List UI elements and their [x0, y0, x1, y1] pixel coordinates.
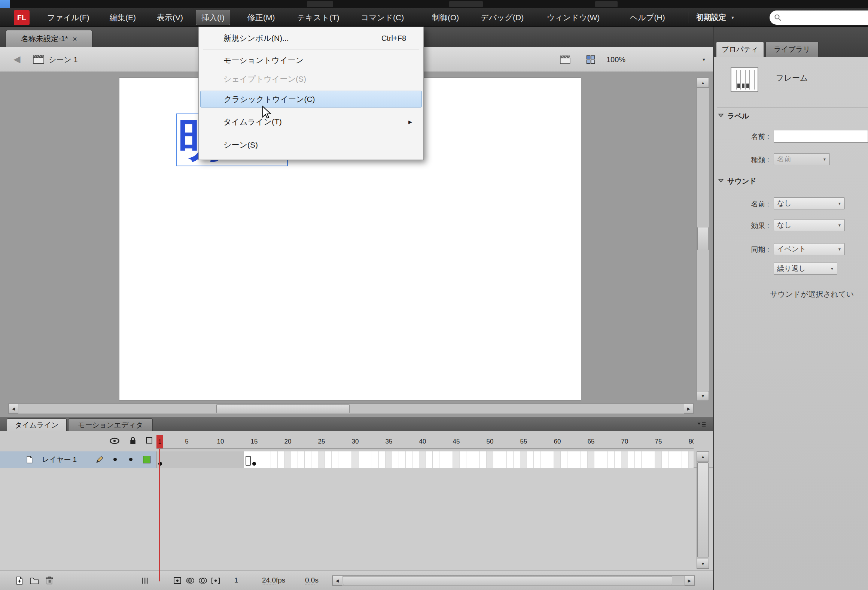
trash-icon[interactable] — [43, 575, 55, 586]
sound-sync-dropdown[interactable]: イベント ▼ — [774, 243, 845, 255]
workspace-label: 初期設定 — [696, 12, 726, 22]
layer-frames[interactable] — [156, 451, 694, 468]
menu-item-scene[interactable]: シーン(S) — [200, 136, 422, 154]
outline-view-icon[interactable] — [146, 437, 152, 444]
timeline-tab-bar: タイムライン モーションエディタ — [0, 417, 713, 431]
onion-skin-icon[interactable] — [184, 575, 196, 586]
search-input[interactable] — [785, 13, 856, 22]
sound-effect-value: なし — [777, 220, 792, 230]
frame-view-options-icon[interactable] — [139, 575, 151, 586]
panel-tab-bar: プロパティ ライブラリ — [714, 27, 868, 57]
right-panel: プロパティ ライブラリ フレーム ラベル 名前 : 種類 : 名前 ▼ サウンド… — [713, 27, 868, 590]
edit-multiple-frames-icon[interactable] — [210, 575, 222, 586]
sound-repeat-dropdown[interactable]: 繰り返し ▼ — [774, 263, 837, 275]
menu-item-label: シーン(S) — [223, 140, 258, 150]
document-tab[interactable]: 名称未設定-1* × — [6, 30, 92, 47]
layer-icon — [26, 456, 33, 463]
timeline-vertical-scrollbar[interactable]: ▲ ▼ — [697, 451, 709, 569]
menu-window[interactable]: ウィンドウ(W) — [542, 8, 605, 27]
sound-name-dropdown[interactable]: なし ▼ — [774, 197, 845, 209]
menu-text[interactable]: テキスト(T) — [292, 8, 345, 27]
tab-motion-editor[interactable]: モーションエディタ — [68, 418, 153, 432]
pencil-icon — [95, 456, 104, 464]
ruler-number: 40 — [415, 438, 430, 445]
lock-icon[interactable] — [130, 436, 136, 445]
fps-value[interactable]: 24.0 — [262, 576, 276, 584]
panel-menu-icon[interactable] — [697, 421, 707, 427]
label-name-input[interactable] — [774, 130, 868, 143]
new-folder-icon[interactable] — [28, 575, 40, 586]
sound-effect-dropdown[interactable]: なし ▼ — [774, 219, 845, 231]
scroll-right-icon[interactable]: ▶ — [685, 576, 694, 586]
menu-insert[interactable]: 挿入(I) — [196, 10, 230, 25]
menu-separator — [203, 49, 419, 49]
label-type-value: 名前 — [777, 154, 791, 164]
tab-timeline[interactable]: タイムライン — [7, 418, 67, 432]
stage-horizontal-scrollbar[interactable]: ◀ ▶ — [8, 403, 694, 414]
scroll-down-icon[interactable]: ▼ — [697, 559, 709, 569]
workspace-switcher[interactable]: 初期設定 ▼ — [696, 8, 735, 27]
menu-item-timeline[interactable]: タイムライン(T) ▶ — [200, 113, 422, 130]
layer-visibility-dot[interactable] — [113, 458, 117, 461]
timeline-horizontal-scrollbar[interactable]: ◀ ▶ — [332, 575, 695, 586]
center-frame-icon[interactable] — [171, 575, 183, 586]
scroll-up-icon[interactable]: ▲ — [697, 452, 709, 462]
ruler-number: 75 — [651, 438, 666, 445]
menu-file[interactable]: ファイル(F) — [42, 8, 95, 27]
empty-frames-grid[interactable] — [258, 451, 694, 468]
selection-type-label: フレーム — [776, 73, 808, 83]
layer-outline-color-swatch[interactable] — [143, 456, 150, 463]
scroll-left-icon[interactable]: ◀ — [9, 404, 18, 414]
chevron-down-icon: ▼ — [835, 202, 841, 206]
layer-row[interactable]: レイヤー 1 — [0, 451, 713, 468]
scroll-left-icon[interactable]: ◀ — [332, 576, 342, 586]
keyframe-dot — [252, 462, 256, 466]
sound-name-caption: 名前 : — [721, 199, 769, 209]
scroll-down-icon[interactable]: ▼ — [697, 391, 709, 401]
menu-control[interactable]: 制御(O) — [427, 8, 464, 27]
menu-edit[interactable]: 編集(E) — [104, 8, 141, 27]
tab-properties[interactable]: プロパティ — [716, 42, 764, 57]
frame-ruler[interactable]: 5 10 15 20 25 30 35 40 45 50 55 60 65 70… — [156, 435, 694, 449]
menu-item-shape-tween: シェイプトウイーン(S) — [200, 70, 422, 88]
label-section-header[interactable]: ラベル — [714, 110, 868, 123]
menu-modify[interactable]: 修正(M) — [242, 8, 280, 27]
scroll-up-icon[interactable]: ▲ — [697, 78, 709, 88]
scrollbar-thumb[interactable] — [216, 404, 350, 413]
edit-symbol-icon[interactable] — [585, 55, 596, 64]
tab-library[interactable]: ライブラリ — [765, 42, 819, 57]
menu-item-classic-tween[interactable]: クラシックトウイーン(C) — [200, 91, 422, 108]
menu-debug[interactable]: デバッグ(D) — [475, 8, 529, 27]
menu-item-motion-tween[interactable]: モーショントウイーン — [200, 52, 422, 69]
frame-span[interactable] — [156, 451, 244, 468]
menu-item-new-symbol[interactable]: 新規シンボル(N)... Ctrl+F8 — [200, 30, 422, 47]
sound-section-header[interactable]: サウンド — [714, 175, 868, 188]
scrollbar-thumb[interactable] — [697, 227, 709, 250]
search-box[interactable] — [770, 10, 868, 25]
onion-skin-outlines-icon[interactable] — [197, 575, 209, 586]
new-layer-icon[interactable] — [13, 575, 25, 586]
close-icon[interactable]: × — [73, 34, 77, 43]
section-title: サウンド — [727, 176, 756, 186]
frame-rate-control[interactable]: 24.0fps — [262, 576, 285, 584]
scrollbar-thumb[interactable] — [697, 462, 709, 557]
zoom-dropdown[interactable]: 100% ▼ — [606, 52, 706, 67]
scroll-right-icon[interactable]: ▶ — [684, 404, 694, 414]
menu-view[interactable]: 表示(V) — [152, 8, 188, 27]
sound-sync-caption: 同期 : — [721, 245, 769, 255]
label-type-dropdown[interactable]: 名前 ▼ — [774, 153, 830, 165]
layer-name[interactable]: レイヤー 1 — [42, 455, 77, 465]
menu-help[interactable]: ヘルプ(H) — [625, 8, 670, 27]
stage-vertical-scrollbar[interactable]: ▲ ▼ — [697, 78, 709, 401]
menu-commands[interactable]: コマンド(C) — [356, 8, 409, 27]
clipped-top-toolbar — [0, 0, 868, 8]
playhead[interactable]: 1 — [156, 435, 163, 449]
properties-panel-body: フレーム ラベル 名前 : 種類 : 名前 ▼ サウンド 名前 : なし ▼ — [714, 57, 868, 590]
elapsed-value: 0.0 — [305, 576, 315, 584]
layer-lock-dot[interactable] — [129, 458, 133, 461]
layer-controls[interactable]: レイヤー 1 — [0, 451, 156, 468]
back-arrow-icon[interactable]: ◀ — [13, 54, 20, 64]
scrollbar-thumb[interactable] — [343, 576, 672, 585]
edit-scene-icon[interactable] — [560, 55, 570, 64]
show-hide-eye-icon[interactable] — [109, 438, 120, 444]
